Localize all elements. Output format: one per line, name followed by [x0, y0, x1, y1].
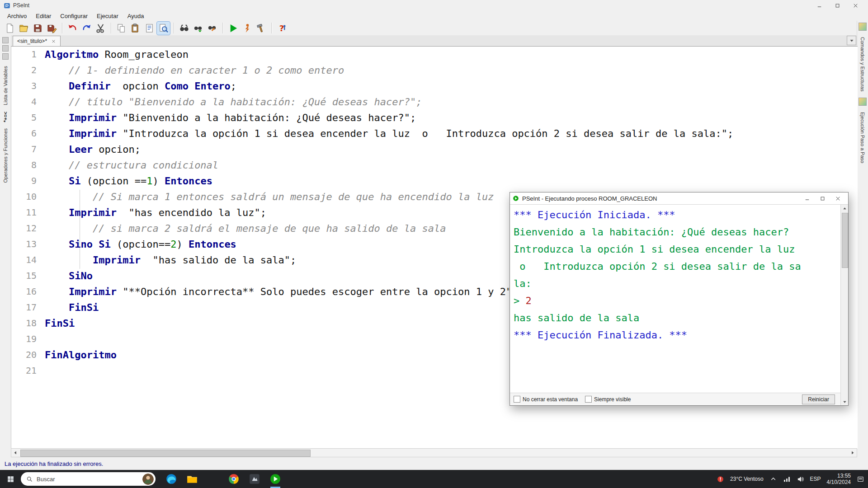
edge-taskbar-icon[interactable]: [161, 470, 182, 488]
paste-icon[interactable]: [129, 22, 142, 35]
scroll-right-icon[interactable]: [849, 449, 857, 457]
code-token: [45, 286, 69, 297]
code-line[interactable]: 2 // 1- definiendo en caracter 1 o 2 com…: [11, 62, 858, 78]
save-icon[interactable]: [31, 22, 44, 35]
weather-text[interactable]: 23°C Ventoso: [730, 476, 764, 482]
console-line: has salido de la sala: [514, 310, 837, 327]
code-line[interactable]: 9 Si (opcion ==1) Entonces: [11, 173, 858, 189]
console-text: >: [514, 295, 526, 306]
console-scroll-thumb[interactable]: [842, 213, 848, 268]
line-number: 9: [11, 173, 37, 189]
run-icon[interactable]: [226, 22, 240, 35]
menu-ejecutar[interactable]: Ejecutar: [92, 12, 123, 20]
chrome-taskbar-icon[interactable]: [223, 470, 244, 488]
panel-icon[interactable]: [859, 98, 867, 106]
console-line: Introduzca la opción 1 si desea encender…: [514, 241, 837, 258]
zoom-icon[interactable]: [157, 22, 170, 35]
console-line: *** Ejecución Finalizada. ***: [514, 327, 837, 344]
console-close-button[interactable]: [830, 193, 845, 204]
code-token: opcion: [111, 80, 165, 92]
svg-text:?: ?: [279, 23, 284, 33]
chevron-up-icon[interactable]: [769, 475, 777, 483]
checkbox-icon[interactable]: [585, 396, 592, 403]
panel-toggle-icon[interactable]: [2, 53, 9, 60]
code-token: [45, 80, 69, 92]
tools-icon[interactable]: [255, 22, 268, 35]
window-close-button[interactable]: [846, 0, 864, 11]
redo-icon[interactable]: [80, 22, 93, 35]
system-tray: 23°C Ventoso ESP 13:55 4/10/2024: [717, 473, 868, 485]
code-line[interactable]: 3 Definir opcion Como Entero;: [11, 78, 858, 94]
panel-operadores-y-funciones[interactable]: Operadores y Funciones: [3, 128, 8, 183]
console-scroll-up-icon[interactable]: [841, 205, 848, 212]
code-line[interactable]: 4 // título "Bienvenido a la habitación:…: [11, 94, 858, 110]
replace-icon[interactable]: [206, 22, 219, 35]
code-line[interactable]: 7 Leer opcion;: [11, 141, 858, 157]
toolbar: ?: [0, 21, 868, 35]
code-text: Imprimir "Bienvenido a la habitación: ¿Q…: [37, 110, 416, 126]
search-icon: [26, 476, 33, 483]
menu-archivo[interactable]: Archivo: [3, 12, 31, 20]
code-line[interactable]: 6 Imprimir "Introduzca la opción 1 si de…: [11, 126, 858, 141]
checkbox-icon[interactable]: [514, 396, 520, 403]
taskbar-clock[interactable]: 13:55 4/10/2024: [827, 473, 851, 485]
panel-toggle-icon[interactable]: [2, 45, 9, 52]
open-folder-icon[interactable]: [17, 22, 30, 35]
taskbar-search[interactable]: Buscar: [21, 472, 156, 486]
console-output[interactable]: *** Ejecución Iniciada. ***Bienvenido a …: [510, 205, 840, 393]
explorer-taskbar-icon[interactable]: [182, 470, 203, 488]
window-minimize-button[interactable]: [810, 0, 828, 11]
checkbox-no-cerrar[interactable]: No cerrar esta ventana: [514, 396, 578, 403]
find-icon[interactable]: [178, 22, 191, 35]
tab-sin-titulo[interactable]: <sin_titulo>*: [13, 36, 61, 46]
hscroll-thumb[interactable]: [20, 450, 311, 457]
menu-editar[interactable]: Editar: [31, 12, 56, 20]
app-taskbar-icon[interactable]: [244, 470, 265, 488]
code-text: Leer opcion;: [37, 141, 141, 157]
help-icon[interactable]: ?: [275, 22, 288, 35]
cut-icon[interactable]: [94, 22, 107, 35]
action-center-icon[interactable]: [857, 475, 864, 483]
app-title: PSeInt: [13, 2, 29, 9]
code-token: [45, 270, 69, 282]
line-number: 18: [11, 315, 37, 331]
taskbar-icons: [161, 470, 286, 488]
toolbar-separator: [174, 23, 174, 33]
step-run-icon[interactable]: [241, 22, 254, 35]
undo-icon[interactable]: [66, 22, 79, 35]
language-indicator[interactable]: ESP: [810, 476, 821, 482]
console-scroll-down-icon[interactable]: [841, 398, 848, 405]
search-avatar[interactable]: [142, 474, 154, 485]
code-line[interactable]: 5 Imprimir "Bienvenido a la habitación: …: [11, 110, 858, 126]
panel-lista-de-variables[interactable]: Lista de Variables: [3, 66, 8, 105]
new-file-icon[interactable]: [3, 22, 16, 35]
start-button[interactable]: [0, 470, 21, 488]
select-all-icon[interactable]: [143, 22, 156, 35]
pseint-taskbar-icon[interactable]: [265, 470, 286, 488]
code-line[interactable]: 1Algoritmo Room_graceleon: [11, 47, 858, 62]
tab-close-icon[interactable]: [51, 39, 56, 44]
volume-icon[interactable]: [797, 475, 804, 483]
tab-list-dropdown-icon[interactable]: [847, 36, 856, 45]
code-text: Imprimir "has salido de la sala";: [37, 252, 296, 268]
checkbox-siempre-visible[interactable]: Siempre visible: [585, 396, 631, 403]
code-text: Imprimir "Introduzca la opción 1 si dese…: [37, 126, 733, 141]
window-maximize-button[interactable]: [828, 0, 846, 11]
save-as-icon[interactable]: [45, 22, 58, 35]
panel-icon[interactable]: [859, 23, 867, 31]
menu-ayuda[interactable]: Ayuda: [123, 12, 149, 20]
restart-button[interactable]: Reiniciar: [802, 394, 835, 404]
code-line[interactable]: 8 // estructura condicional: [11, 157, 858, 173]
alert-icon[interactable]: [717, 475, 724, 483]
console-maximize-button[interactable]: [815, 193, 830, 204]
scroll-left-icon[interactable]: [11, 449, 19, 457]
panel-ejecución-paso-a-paso[interactable]: Ejecución Paso a Paso: [860, 112, 865, 163]
console-line: *** Ejecución Iniciada. ***: [514, 206, 837, 224]
copy-icon[interactable]: [115, 22, 128, 35]
console-minimize-button[interactable]: [799, 193, 815, 204]
find-next-icon[interactable]: [192, 22, 205, 35]
menu-configurar[interactable]: Configurar: [56, 12, 92, 20]
panel-comandos-y-estructuras[interactable]: Comandos y Estructuras: [860, 37, 865, 91]
panel-toggle-icon[interactable]: [2, 37, 9, 43]
network-icon[interactable]: [783, 475, 791, 483]
